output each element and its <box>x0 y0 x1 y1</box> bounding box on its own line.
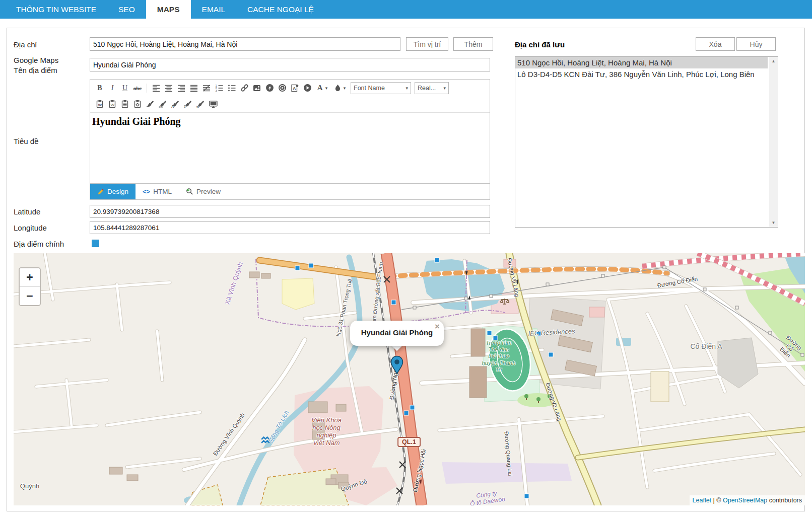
paste-from-word-clean-icon[interactable]: W <box>108 100 117 109</box>
address-label: Địa chỉ <box>14 40 37 50</box>
add-button[interactable]: Thêm <box>453 37 493 51</box>
font-color-icon[interactable]: A▾ <box>315 84 329 93</box>
main-place-label: Địa điểm chính <box>14 239 64 249</box>
svg-text:A: A <box>293 86 296 91</box>
unordered-list-icon[interactable] <box>227 84 236 93</box>
bold-icon[interactable]: B <box>95 84 104 93</box>
underline-icon[interactable]: U <box>120 84 129 93</box>
list-scrollbar[interactable]: ▲ ▼ <box>769 57 778 227</box>
maps-admin-screen: THÔNG TIN WEBSITE SEO MAPS EMAIL CACHE N… <box>0 0 812 519</box>
tab-cache-ngoai-le[interactable]: CACHE NGOẠI LỆ <box>236 0 325 19</box>
strip-font-icon[interactable]: A <box>171 100 180 109</box>
editor-content[interactable]: Hyundai Giải Phóng <box>90 112 490 183</box>
paste-from-word-icon[interactable]: W <box>95 100 104 109</box>
insert-media-icon[interactable] <box>278 84 287 93</box>
find-location-button[interactable]: Tìm vị trí <box>406 37 448 51</box>
popup-title: Hyundai Giải Phóng <box>350 328 444 337</box>
address-input[interactable]: 510 Ngọc Hồi, Hoàng Liệt, Hoàng Mai, Hà … <box>90 37 400 51</box>
latitude-label: Latitude <box>14 207 40 217</box>
justify-icon[interactable] <box>189 84 198 93</box>
strip-css-icon[interactable]: css <box>158 100 167 109</box>
tab-seo[interactable]: SEO <box>107 0 146 19</box>
svg-text:3: 3 <box>216 89 217 92</box>
longitude-input[interactable]: 105.84441289287061 <box>90 221 490 234</box>
svg-text:css: css <box>159 105 163 108</box>
editor-tab-design[interactable]: Design <box>90 184 136 199</box>
code-icon: <> <box>143 188 150 195</box>
map-canvas[interactable]: Xã Vĩnh Quỳnh Ngõ 31 Phan Trọng Tuệ am Đ… <box>14 253 805 505</box>
fill-color-icon[interactable]: ▾ <box>333 84 347 93</box>
align-center-icon[interactable] <box>164 84 173 93</box>
remove-format-icon[interactable] <box>202 84 211 93</box>
main-place-checkbox[interactable] <box>92 240 99 247</box>
strip-span-icon[interactable]: 3 <box>183 100 192 109</box>
tab-thong-tin-website[interactable]: THÔNG TIN WEBSITE <box>5 0 107 19</box>
editor-mode-tabs: Design <> HTML Preview <box>90 183 490 199</box>
attribution-separator: | © <box>711 497 723 504</box>
insert-flash-icon[interactable] <box>265 84 274 93</box>
saved-addresses-listbox: 510 Ngọc Hồi, Hoàng Liệt, Hoàng Mai, Hà … <box>515 56 778 228</box>
align-right-icon[interactable] <box>177 84 186 93</box>
tab-maps[interactable]: MAPS <box>146 0 191 19</box>
top-tabbar: THÔNG TIN WEBSITE SEO MAPS EMAIL CACHE N… <box>0 0 812 19</box>
editor-tab-html[interactable]: <> HTML <box>136 184 179 199</box>
rich-text-editor: B I U abc 123 A A▾ ▾ Font Name▾ Real...▾… <box>90 79 490 200</box>
map-attribution: Leaflet | © OpenStreetMap contributors <box>690 495 805 505</box>
delete-button[interactable]: Xóa <box>696 37 735 51</box>
leaflet-link[interactable]: Leaflet <box>693 497 712 504</box>
zoom-out-button[interactable]: − <box>20 287 40 305</box>
pencil-icon <box>97 188 104 195</box>
attribution-suffix: contributors <box>767 497 802 504</box>
map-marker-icon[interactable] <box>390 355 403 375</box>
editor-toolbar-row2: W W css A 3 w <box>90 96 490 112</box>
saved-addresses-title: Địa chỉ đã lưu <box>515 40 565 50</box>
ordered-list-icon[interactable]: 123 <box>215 84 224 93</box>
paste-as-html-icon[interactable] <box>133 100 142 109</box>
font-name-select[interactable]: Font Name▾ <box>351 82 411 94</box>
tab-email[interactable]: EMAIL <box>191 0 237 19</box>
place-name-input[interactable]: Hyundai Giải Phóng <box>90 58 490 71</box>
highway-badge-ql1: QL.1 <box>397 437 421 447</box>
map-tiles <box>14 253 805 505</box>
zoom-in-button[interactable]: + <box>20 268 40 287</box>
insert-document-icon[interactable]: A <box>290 84 299 93</box>
svg-text:W: W <box>98 103 102 107</box>
title-label: Tiêu đề <box>14 136 38 146</box>
insert-image-icon[interactable] <box>252 84 261 93</box>
saved-address-item[interactable]: 510 Ngọc Hồi, Hoàng Liệt, Hoàng Mai, Hà … <box>515 57 768 68</box>
italic-icon[interactable]: I <box>108 84 117 93</box>
format-stripper-icon[interactable] <box>146 100 155 109</box>
svg-text:w: w <box>196 105 199 108</box>
svg-text:W: W <box>111 103 115 107</box>
marker-popup: Hyundai Giải Phóng × <box>350 321 444 346</box>
cancel-button[interactable]: Hủy <box>736 37 776 51</box>
font-size-select[interactable]: Real...▾ <box>415 82 449 94</box>
svg-text:3: 3 <box>184 105 186 108</box>
saved-address-item[interactable]: Lô D3-D4-D5 KCN Đài Tư, 386 Nguyễn Văn L… <box>515 68 768 80</box>
align-left-icon[interactable] <box>152 84 161 93</box>
map-zoom-control: + − <box>19 267 41 306</box>
insert-video-icon[interactable] <box>303 84 312 93</box>
editor-toolbar-row1: B I U abc 123 A A▾ ▾ Font Name▾ Real...▾ <box>90 80 490 96</box>
longitude-label: Longitude <box>14 223 47 233</box>
latitude-input[interactable]: 20.939739200817368 <box>90 205 490 218</box>
preview-magnifier-icon <box>186 188 193 195</box>
paste-plain-text-icon[interactable] <box>120 100 129 109</box>
place-name-label: Google Maps Tên địa điểm <box>14 55 58 76</box>
osm-link[interactable]: OpenStreetMap <box>723 497 767 504</box>
fullscreen-icon[interactable] <box>209 100 218 109</box>
scroll-up-icon[interactable]: ▲ <box>769 57 778 65</box>
editor-tab-preview[interactable]: Preview <box>179 184 228 199</box>
toolbar-separator <box>147 84 147 93</box>
strikethrough-icon[interactable]: abc <box>133 84 142 93</box>
insert-link-icon[interactable] <box>240 84 249 93</box>
svg-text:A: A <box>171 104 174 108</box>
scroll-down-icon[interactable]: ▼ <box>769 218 778 227</box>
strip-word-icon[interactable]: w <box>196 100 205 109</box>
popup-close-icon[interactable]: × <box>435 322 440 331</box>
